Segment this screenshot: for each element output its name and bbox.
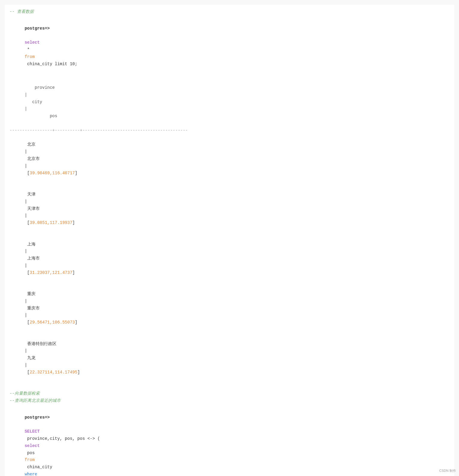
result1-row-1: 天津 | 天津市 | [39.0851,117.19937] <box>10 184 449 234</box>
beijing-nearest-comment: --查询距离北京最近的城市 <box>10 397 449 405</box>
query1-rest: china_city limit 10; <box>25 62 77 66</box>
query1-line: postgres=> select * from china_city limi… <box>10 18 449 75</box>
result1-col-header: province | city | pos <box>10 77 449 127</box>
result1-row-2: 上海 | 上海市 | [31.23037,121.4737] <box>10 234 449 284</box>
watermark: CSDN 制作 <box>439 469 456 473</box>
query2-line1: postgres=> SELECT province,city, pos, po… <box>10 407 449 476</box>
result1-rows: 北京 | 北京市 | [39.90469,116.40717] 天津 | 天津市… <box>10 134 449 383</box>
vector-search-comment: --向量数据检索 <box>10 390 449 397</box>
query1-prompt: postgres=> <box>25 26 50 31</box>
select-keyword: select <box>25 40 39 45</box>
query1-star: * <box>25 47 32 52</box>
from-keyword: from <box>25 54 35 59</box>
result1-row-4: 香港特别行政区 | 九龙 | [22.327114,114.17495] <box>10 333 449 383</box>
result1-row-3: 重庆 | 重庆市 | [29.56471,106.55073] <box>10 283 449 333</box>
query1-space <box>25 33 27 38</box>
query1-section: postgres=> select * from china_city limi… <box>10 18 449 75</box>
vector-search-section: --向量数据检索 --查询距离北京最近的城市 <box>10 390 449 405</box>
view-data-comment: -- 查看数据 <box>10 8 449 16</box>
view-data-section: -- 查看数据 <box>10 8 449 16</box>
query2-section: postgres=> SELECT province,city, pos, po… <box>10 407 449 476</box>
result1-row-0: 北京 | 北京市 | [39.90469,116.40717] <box>10 134 449 184</box>
result1-header: province | city | pos -----------------+… <box>10 77 449 134</box>
result1-separator: -----------------+----------+-----------… <box>10 127 449 134</box>
code-block: -- 查看数据 postgres=> select * from china_c… <box>5 5 454 476</box>
